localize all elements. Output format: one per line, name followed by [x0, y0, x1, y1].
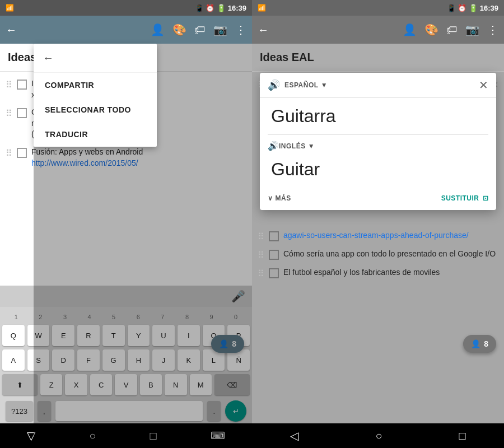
right-camera-icon[interactable]: 📷: [465, 23, 479, 36]
target-lang-label: INGLÉS: [279, 142, 306, 150]
speaker-target-icon[interactable]: 🔊: [268, 141, 279, 151]
num-switch-key[interactable]: ?123: [6, 401, 33, 421]
source-lang-label: ESPAÑOL: [284, 81, 319, 89]
right-palette-icon[interactable]: 🎨: [424, 23, 438, 36]
person-icon: 👤: [471, 339, 480, 348]
context-menu-back[interactable]: ←: [34, 44, 157, 73]
sustituir-button[interactable]: SUSTITUIR ⊡: [441, 194, 488, 202]
right-back-button[interactable]: ←: [258, 24, 269, 36]
speaker-source-icon[interactable]: 🔊: [268, 79, 280, 91]
right-label-icon[interactable]: 🏷: [446, 24, 458, 36]
right-recents-nav-icon[interactable]: □: [459, 430, 465, 442]
left-status-bar: 📶 📱 ⏰ 🔋 16:39: [0, 0, 252, 16]
drag-handle-icon: ⠿: [258, 250, 264, 260]
checkbox-3[interactable]: [17, 148, 27, 158]
chevron-down-icon: ∨: [268, 194, 273, 202]
translation-popup: 🔊 ESPAÑOL ▼ ✕ Guitarra 🔊 INGLÉS ▼ Guitar: [260, 73, 496, 210]
chevron-down-icon: ▼: [321, 81, 328, 89]
context-menu: ← COMPARTIR SELECCIONAR TODO TRADUCIR: [34, 44, 157, 147]
right-note-title: Ideas EAL: [260, 51, 314, 64]
checkbox-2[interactable]: [17, 108, 27, 118]
translation-source-header: 🔊 ESPAÑOL ▼ ✕: [260, 73, 496, 98]
drag-handle-icon: ⠿: [258, 268, 264, 279]
target-word: Guitar: [260, 157, 496, 189]
right-checkbox-2[interactable]: [269, 231, 279, 241]
compartir-button[interactable]: COMPARTIR: [34, 73, 157, 97]
right-back-nav-icon[interactable]: ◁: [290, 429, 298, 442]
left-time: 16:39: [228, 4, 246, 12]
right-note-title-bar: Ideas EAL: [252, 44, 504, 72]
key-a[interactable]: A: [2, 349, 25, 371]
right-nav-bar: ◁ ○ □: [252, 423, 504, 448]
checkbox-1[interactable]: [17, 80, 27, 90]
right-home-nav-icon[interactable]: ○: [375, 430, 382, 442]
add-person-icon[interactable]: 👤: [151, 23, 165, 36]
source-word: Guitarra: [260, 98, 496, 134]
right-item-text-4: El futbol español y los fabricantes de m…: [283, 267, 498, 278]
seleccionar-todo-button[interactable]: SELECCIONAR TODO: [34, 97, 157, 122]
right-add-person-icon[interactable]: 👤: [403, 23, 417, 36]
drag-handle-icon: ⠿: [6, 108, 12, 119]
drag-handle-icon: ⠿: [258, 231, 264, 242]
right-item-text-2: agawi-so-users-can-stream-apps-ahead-of-…: [283, 230, 498, 241]
label-icon[interactable]: 🏷: [194, 24, 206, 36]
replace-icon: ⊡: [483, 194, 489, 202]
right-item-text-3: Cómo sería una app con todo lo presentad…: [283, 249, 498, 260]
traducir-button[interactable]: TRADUCIR: [34, 122, 157, 147]
right-fab-count: 8: [484, 339, 488, 348]
right-more-options-icon[interactable]: ⋮: [487, 23, 498, 36]
more-options-icon[interactable]: ⋮: [235, 23, 246, 36]
drag-handle-icon: ⠿: [6, 80, 12, 90]
right-checkbox-4[interactable]: [269, 268, 279, 278]
right-note-content: ⠿ Instrumentos: Guitarra,xilofono... ✕ 🔊…: [252, 72, 504, 423]
right-collaborators-fab[interactable]: 👤 8: [463, 335, 496, 353]
right-time: 16:39: [480, 4, 498, 12]
right-status-bar: 📶 📱 ⏰ 🔋 16:39: [252, 0, 504, 16]
translation-target-header: 🔊 INGLÉS ▼: [260, 135, 496, 157]
target-lang-selector[interactable]: INGLÉS ▼: [279, 142, 315, 150]
right-checkbox-3[interactable]: [269, 250, 279, 260]
source-lang-selector[interactable]: ESPAÑOL ▼: [284, 81, 328, 89]
palette-icon[interactable]: 🎨: [172, 23, 186, 36]
drag-handle-icon: ⠿: [6, 148, 12, 158]
key-q[interactable]: Q: [2, 325, 25, 346]
status-icons-right: 📱 ⏰ 🔋: [195, 4, 226, 12]
left-panel: 📶 📱 ⏰ 🔋 16:39 ← 👤 🎨 🏷 📷 ⋮ Ideas EAL ⠿ In…: [0, 0, 252, 448]
list-item: ⠿ El futbol español y los fabricantes de…: [252, 264, 504, 282]
left-action-bar: ← 👤 🎨 🏷 📷 ⋮: [0, 16, 252, 44]
camera-icon[interactable]: 📷: [213, 23, 227, 36]
back-button[interactable]: ←: [6, 24, 17, 36]
list-item: ⠿ Cómo sería una app con todo lo present…: [252, 245, 504, 264]
num-1: 1: [4, 310, 28, 324]
mas-button[interactable]: ∨ MÁS: [268, 194, 291, 202]
status-icons-right: 📱 ⏰ 🔋: [447, 4, 478, 12]
chevron-down-icon: ▼: [308, 142, 315, 150]
shift-key[interactable]: ⬆: [2, 374, 38, 395]
right-panel: 📶 📱 ⏰ 🔋 16:39 ← 👤 🎨 🏷 📷 ⋮ Ideas EAL ⠿ In…: [252, 0, 504, 448]
context-back-icon[interactable]: ←: [43, 52, 54, 64]
close-translation-button[interactable]: ✕: [479, 78, 488, 92]
status-icons-left: 📶: [6, 4, 14, 12]
right-action-bar: ← 👤 🎨 🏷 📷 ⋮: [252, 16, 504, 44]
status-icons-left: 📶: [258, 4, 266, 12]
list-item: ⠿ agawi-so-users-can-stream-apps-ahead-o…: [252, 227, 504, 245]
translation-footer: ∨ MÁS SUSTITUIR ⊡: [260, 189, 496, 210]
